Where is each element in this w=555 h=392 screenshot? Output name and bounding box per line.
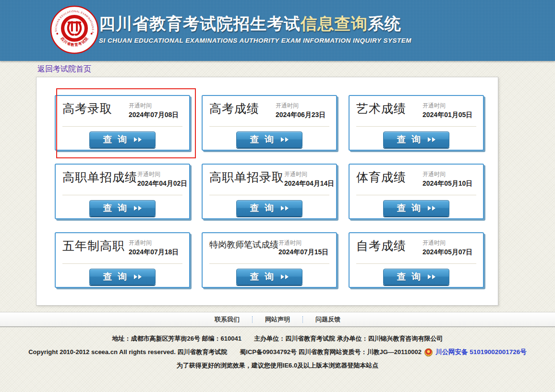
- card-title: 五年制高职: [62, 238, 125, 254]
- query-button[interactable]: 查 询: [89, 131, 156, 148]
- open-time-date: 2024年01月05日: [422, 111, 476, 119]
- open-time-label: 开通时间: [129, 102, 182, 110]
- footer-address-line: 地址：成都市高新区芳草街26号 邮编：610041 主办单位：四川省教育考试院 …: [0, 332, 555, 345]
- card-title: 艺术成绩: [356, 101, 406, 117]
- open-time-date: 2024年05月10日: [422, 179, 476, 188]
- footer-copyright-line: Copyright 2010-2012 sceea.cn All rights …: [0, 345, 555, 359]
- double-arrow-icon: [133, 137, 142, 142]
- query-button[interactable]: 查 询: [383, 269, 449, 285]
- footer-link-site-statement[interactable]: 网站声明: [253, 315, 302, 324]
- query-button-label: 查 询: [397, 202, 422, 214]
- divider: [356, 263, 476, 264]
- card-wunianzhi-gaozhi: 五年制高职 开通时间2024年07月18日 查 询: [55, 232, 190, 288]
- header-banner: SICHUAN EDUCATIONAL EXAMINATIONS AUTHORI…: [0, 0, 555, 61]
- card-title: 自考成绩: [356, 238, 406, 254]
- card-zikao-chengji: 自考成绩 开通时间2024年05月07日 查 询: [349, 232, 484, 288]
- site-title-part1: 四川省教育考试院招生考试: [99, 14, 301, 33]
- query-button-label: 查 询: [397, 133, 422, 146]
- divider: [62, 195, 182, 195]
- card-title: 体育成绩: [356, 169, 406, 185]
- open-time-date: 2024年07月08日: [129, 111, 182, 119]
- site-title: 四川省教育考试院招生考试信息查询系统: [99, 13, 411, 35]
- open-time-label: 开通时间: [278, 239, 332, 247]
- double-arrow-icon: [427, 274, 435, 279]
- double-arrow-icon: [133, 206, 142, 211]
- double-arrow-icon: [427, 137, 435, 142]
- query-button[interactable]: 查 询: [236, 200, 302, 216]
- card-title: 高考录取: [62, 101, 112, 117]
- site-subtitle: SI CHUAN EDUCATIONAL EXAMINATIONS AUTHOR…: [99, 37, 411, 44]
- card-grid: 高考录取 开通时间2024年07月08日 查 询 高考成绩 开通时间2024年0…: [36, 77, 498, 288]
- card-yishu-chengji: 艺术成绩 开通时间2024年01月05日 查 询: [349, 95, 484, 151]
- query-services-panel: 高考录取 开通时间2024年07月08日 查 询 高考成绩 开通时间2024年0…: [36, 77, 498, 306]
- beian-link[interactable]: 川公网安备 51019002001726号: [435, 345, 527, 359]
- query-button[interactable]: 查 询: [236, 269, 302, 285]
- query-button-label: 查 询: [103, 202, 128, 214]
- double-arrow-icon: [280, 137, 289, 142]
- divider: [209, 263, 329, 264]
- divider: [356, 126, 476, 127]
- query-button-label: 查 询: [250, 133, 275, 146]
- query-button-label: 查 询: [103, 271, 128, 283]
- card-title: 高职单招成绩: [62, 169, 137, 185]
- open-time-date: 2024年07月18日: [129, 248, 182, 257]
- divider: [356, 195, 476, 195]
- open-time-label: 开通时间: [276, 102, 329, 110]
- divider: [62, 263, 182, 264]
- card-gaokao-chengji: 高考成绩 开通时间2024年06月23日 查 询: [202, 95, 337, 151]
- site-title-part2: 系统: [368, 14, 401, 33]
- double-arrow-icon: [133, 274, 142, 279]
- query-button-label: 查 询: [250, 271, 275, 283]
- back-to-home-link[interactable]: 返回考试院首页: [37, 64, 91, 74]
- card-tiyu-chengji: 体育成绩 开通时间2024年05月10日 查 询: [349, 164, 484, 219]
- query-button-label: 查 询: [250, 202, 275, 214]
- sceea-logo-icon: SICHUAN EDUCATIONAL EXAMINATIONS AUTHORI…: [50, 5, 99, 54]
- card-gaozhi-danzhao-luqu: 高职单招录取 开通时间2024年04月14日 查 询: [202, 164, 337, 219]
- card-title: 特岗教师笔试成绩: [209, 238, 278, 252]
- open-time-date: 2024年05月07日: [422, 248, 476, 257]
- footer-link-bar: 联系我们 网站声明 问题反馈: [0, 312, 555, 327]
- open-time-label: 开通时间: [137, 170, 191, 178]
- card-gaozhi-danzhao-chengji: 高职单招成绩 开通时间2024年04月02日 查 询: [55, 164, 190, 219]
- query-button[interactable]: 查 询: [383, 131, 449, 148]
- copyright-text: Copyright 2010-2012 sceea.cn All rights …: [28, 345, 422, 359]
- open-time-label: 开通时间: [129, 239, 182, 247]
- card-title: 高职单招录取: [209, 169, 284, 185]
- double-arrow-icon: [427, 206, 435, 211]
- footer-browser-tip: 为了获得更好的浏览效果，建议您使用IE6.0及以上版本浏览器登陆本站点: [0, 359, 555, 372]
- divider: [209, 195, 329, 195]
- open-time-label: 开通时间: [422, 239, 476, 247]
- site-title-highlight: 信息查询: [301, 14, 368, 33]
- query-button[interactable]: 查 询: [89, 269, 156, 285]
- query-button[interactable]: 查 询: [236, 131, 302, 148]
- footer-link-feedback[interactable]: 问题反馈: [303, 315, 353, 324]
- open-time-date: 2024年07月15日: [278, 248, 332, 257]
- query-button-label: 查 询: [103, 133, 128, 146]
- footer-link-contact-us[interactable]: 联系我们: [202, 315, 252, 324]
- open-time-label: 开通时间: [284, 170, 338, 178]
- open-time-date: 2024年04月14日: [284, 179, 338, 188]
- open-time-label: 开通时间: [422, 102, 476, 110]
- open-time-date: 2024年06月23日: [276, 111, 329, 119]
- footer-info: 地址：成都市高新区芳草街26号 邮编：610041 主办单位：四川省教育考试院 …: [0, 332, 555, 372]
- card-gaokao-luqu: 高考录取 开通时间2024年07月08日 查 询: [55, 95, 190, 151]
- card-title: 高考成绩: [209, 101, 259, 117]
- query-button-label: 查 询: [397, 271, 422, 283]
- query-button[interactable]: 查 询: [89, 200, 156, 216]
- divider: [62, 126, 182, 127]
- police-badge-icon: [424, 348, 433, 356]
- query-button[interactable]: 查 询: [383, 200, 449, 216]
- card-tegang-jiaoshi-bishi: 特岗教师笔试成绩 开通时间2024年07月15日 查 询: [202, 232, 337, 288]
- divider: [209, 126, 329, 127]
- open-time-label: 开通时间: [422, 170, 476, 178]
- open-time-date: 2024年04月02日: [137, 179, 191, 188]
- double-arrow-icon: [280, 206, 289, 211]
- double-arrow-icon: [280, 274, 289, 279]
